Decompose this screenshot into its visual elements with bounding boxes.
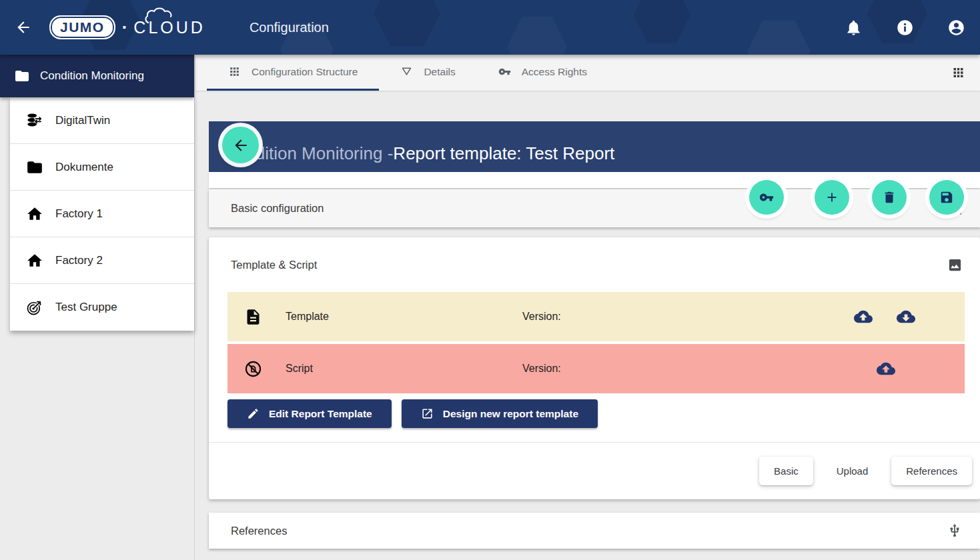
fab-actions <box>749 180 964 215</box>
hex-decoration <box>634 0 690 47</box>
home-icon <box>26 252 43 269</box>
folder-icon <box>14 68 30 84</box>
design-new-report-template-label: Design new report template <box>443 408 578 420</box>
sidebar-item-test-gruppe[interactable]: Test Gruppe <box>10 284 194 331</box>
folder-icon <box>26 159 43 176</box>
sidebar-item-label: Test Gruppe <box>55 301 117 314</box>
hex-decoration <box>747 17 811 55</box>
template-script-card: Template & Script Template Version: <box>209 237 980 499</box>
references-label: References <box>231 525 287 537</box>
main-area: Configuration Structure Details Access R… <box>195 55 980 560</box>
tab-configuration-structure[interactable]: Configuration Structure <box>207 55 379 91</box>
template-row: Template Version: <box>227 292 965 341</box>
back-fab-button[interactable] <box>222 127 259 163</box>
document-icon <box>244 308 262 326</box>
tab-label: Access Rights <box>522 66 587 78</box>
hex-decoration <box>507 13 567 55</box>
basic-configuration-label: Basic configuration <box>231 202 324 215</box>
cloud-upload-icon[interactable] <box>854 307 873 326</box>
script-row: Script Version: <box>227 344 965 393</box>
edit-report-template-button[interactable]: Edit Report Template <box>227 399 392 428</box>
plus-icon <box>825 190 839 205</box>
sidebar-item-label: Dokumente <box>55 161 113 174</box>
references-button[interactable]: References <box>891 457 972 485</box>
funnel-icon <box>400 65 413 78</box>
app-bar: JUMO · CLOUD Configuration <box>0 0 980 55</box>
save-icon <box>939 190 954 205</box>
sidebar-root-condition-monitoring[interactable]: Condition Monitoring <box>0 55 194 97</box>
script-version-label: Version: <box>522 363 561 375</box>
hex-decoration <box>374 0 440 50</box>
grid-dots-icon <box>228 65 241 78</box>
info-icon[interactable] <box>896 19 914 37</box>
upload-button[interactable]: Upload <box>833 457 873 485</box>
sidebar-items: DigitalTwin Dokumente Factory 1 Factory … <box>10 97 194 331</box>
digital-twin-icon <box>26 112 43 129</box>
sidebar-item-factory-2[interactable]: Factory 2 <box>10 237 194 284</box>
script-row-actions <box>877 359 895 378</box>
tab-label: Details <box>424 66 455 78</box>
apps-grid-icon[interactable] <box>951 66 965 80</box>
bell-icon[interactable] <box>845 19 863 37</box>
basic-button[interactable]: Basic <box>759 457 813 485</box>
jumo-logo-pill: JUMO <box>49 15 115 39</box>
references-panel[interactable]: References <box>209 513 980 549</box>
sidebar-item-factory-1[interactable]: Factory 1 <box>10 191 194 237</box>
tab-bar: Configuration Structure Details Access R… <box>195 55 980 91</box>
key-icon <box>759 190 774 205</box>
cloud-outline-icon <box>144 7 183 24</box>
cloud-download-icon[interactable] <box>897 307 915 326</box>
sidebar-item-dokumente[interactable]: Dokumente <box>10 144 194 191</box>
sidebar-item-label: DigitalTwin <box>55 114 110 127</box>
image-icon <box>947 257 963 273</box>
design-new-report-template-button[interactable]: Design new report template <box>402 399 598 428</box>
jumo-cloud-logo: JUMO · CLOUD <box>49 15 205 39</box>
target-icon <box>26 299 43 316</box>
cloud-upload-icon[interactable] <box>877 359 895 378</box>
account-icon[interactable] <box>947 19 965 37</box>
jumo-logo-text: JUMO <box>60 19 105 35</box>
page-title: Configuration <box>250 20 329 35</box>
sidebar-item-label: Factory 1 <box>55 207 103 221</box>
brand-separator: · <box>122 17 128 38</box>
document-off-icon <box>244 360 262 378</box>
tab-details[interactable]: Details <box>379 55 476 91</box>
home-icon <box>26 205 43 223</box>
sidebar-item-digitaltwin[interactable]: DigitalTwin <box>10 97 194 144</box>
back-arrow-icon[interactable] <box>15 19 32 36</box>
open-in-new-icon <box>421 407 434 420</box>
detail-content: Condition Monitoring - Report template: … <box>195 121 980 549</box>
edit-report-template-label: Edit Report Template <box>269 408 372 420</box>
sidebar: Condition Monitoring DigitalTwin <box>0 55 195 560</box>
arrow-left-icon <box>232 137 250 154</box>
card-footer: Basic Upload References <box>209 443 980 499</box>
tab-access-rights[interactable]: Access Rights <box>477 55 608 91</box>
trash-icon <box>882 190 897 205</box>
template-version-label: Version: <box>522 311 561 323</box>
sidebar-root-label: Condition Monitoring <box>40 69 144 83</box>
detail-title-bar: Condition Monitoring - Report template: … <box>209 121 980 172</box>
cloud-logo: CLOUD <box>133 18 205 37</box>
template-row-actions <box>854 307 915 326</box>
tab-label: Configuration Structure <box>252 66 358 78</box>
jumo-cloud-app: JUMO · CLOUD Configuration <box>0 0 980 560</box>
pencil-icon <box>247 407 260 420</box>
save-fab-button[interactable] <box>929 180 964 215</box>
app-bar-actions <box>845 19 965 37</box>
template-script-header: Template & Script <box>209 237 980 292</box>
access-key-fab-button[interactable] <box>749 180 784 215</box>
title-main: Report template: Test Report <box>393 143 614 164</box>
usb-icon <box>947 523 962 538</box>
template-row-label: Template <box>286 311 329 323</box>
add-fab-button[interactable] <box>815 180 849 215</box>
key-icon <box>498 65 511 78</box>
delete-fab-button[interactable] <box>872 180 907 215</box>
script-row-label: Script <box>286 363 313 375</box>
template-script-label: Template & Script <box>231 259 317 271</box>
template-action-buttons: Edit Report Template Design new report t… <box>227 399 980 428</box>
sidebar-item-label: Factory 2 <box>55 254 103 267</box>
